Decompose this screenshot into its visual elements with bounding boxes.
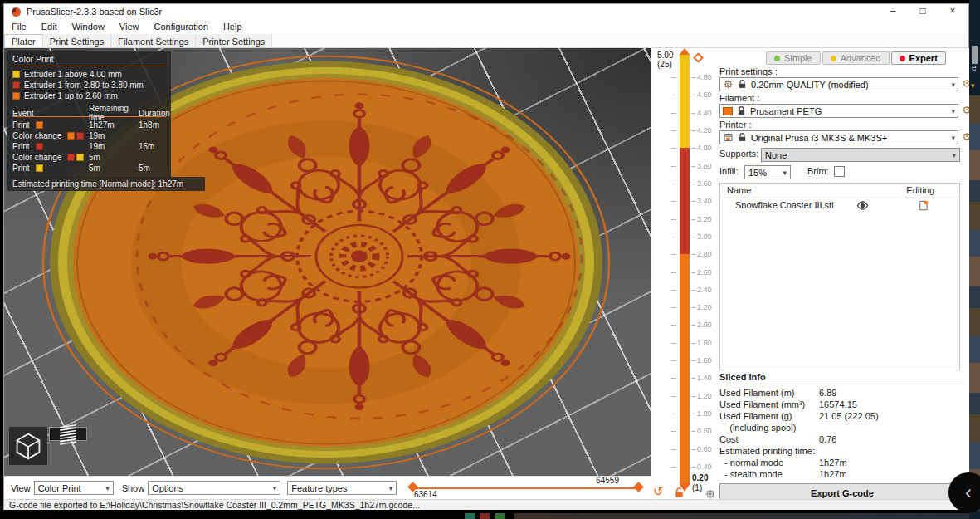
preview-view-button[interactable] xyxy=(49,427,87,441)
chevron-down-icon: ▾ xyxy=(778,169,787,177)
layer-tick: 4.40 xyxy=(651,110,715,118)
legend-event-row: Print1h27m1h8m xyxy=(12,120,166,130)
sliced-info: Sliced Info Used Filament (m)6.89Used Fi… xyxy=(719,372,963,480)
tab-bar: Plater Print Settings Filament Settings … xyxy=(4,34,968,48)
eye-icon[interactable] xyxy=(856,199,869,212)
layer-slider-handle[interactable] xyxy=(693,52,704,63)
legend-extruder-row: Extruder 1 from 2.80 to 3.80 mm xyxy=(12,80,166,91)
chevron-down-icon: ▾ xyxy=(384,484,393,492)
title-bar: PrusaSlicer-2.3.3 based on Slic3r – □ × xyxy=(4,4,968,19)
menu-configuration[interactable]: Configuration xyxy=(146,20,215,33)
window-title: PrusaSlicer-2.3.3 based on Slic3r xyxy=(27,7,162,17)
show-select[interactable]: Options ▾ xyxy=(148,481,280,495)
view-label: View xyxy=(11,483,31,493)
printer-combo[interactable]: Original Prusa i3 MK3S & MK3S+ ▾ xyxy=(719,130,958,144)
printer-label: Printer : xyxy=(719,120,752,130)
brim-checkbox[interactable] xyxy=(834,166,845,177)
menu-edit[interactable]: Edit xyxy=(34,20,65,33)
infill-select[interactable]: 15% ▾ xyxy=(744,165,791,179)
object-list: Name Editing Snowflake Coaster III.stl xyxy=(719,183,960,370)
object-name: Snowflake Coaster III.stl xyxy=(735,200,834,210)
chevron-down-icon: ▾ xyxy=(951,134,955,142)
preview-3d-viewport[interactable]: Color Print Extruder 1 above 4.00 mmExtr… xyxy=(4,48,651,476)
editor-view-button[interactable] xyxy=(9,427,47,465)
layer-tick: 0.40 xyxy=(651,463,715,472)
sliced-info-rows: Used Filament (m)6.89Used Filament (mm³)… xyxy=(719,387,963,480)
undo-color-change-icon[interactable]: ↺ xyxy=(653,486,664,497)
layer-tick: 1.60 xyxy=(651,357,715,365)
layer-tick: 1.80 xyxy=(651,340,715,348)
layer-slider-max-layer: (25) xyxy=(657,60,672,69)
menu-window[interactable]: Window xyxy=(65,20,112,33)
minimize-button[interactable]: – xyxy=(880,4,905,19)
tab-print-settings[interactable]: Print Settings xyxy=(43,34,111,47)
tab-plater[interactable]: Plater xyxy=(4,34,43,47)
chevron-down-icon: ▾ xyxy=(100,484,110,492)
app-logo-icon xyxy=(12,7,21,17)
legend-event-row: Color change5m xyxy=(12,152,166,163)
color-chip xyxy=(12,81,20,89)
tab-filament-settings[interactable]: Filament Settings xyxy=(111,34,196,47)
color-chip xyxy=(36,143,43,150)
menu-help[interactable]: Help xyxy=(216,20,250,33)
sliced-info-row: Estimated printing time: xyxy=(719,445,963,457)
layer-tick: 1.20 xyxy=(651,393,715,401)
desktop-fragment xyxy=(480,513,490,519)
status-text: G-code file exported to E:\Holiday\Chris… xyxy=(9,500,420,510)
move-slider-right-handle[interactable] xyxy=(633,482,644,492)
legend-title: Color Print xyxy=(12,54,166,64)
legend-event-row: Print19m15m xyxy=(12,141,166,152)
desktop-fragment xyxy=(465,513,475,519)
chevron-down-icon: ▾ xyxy=(951,81,955,89)
print-settings-label: Print settings : xyxy=(719,66,778,76)
move-slider-line[interactable] xyxy=(412,487,638,489)
layer-tick: 0.80 xyxy=(651,428,715,436)
object-row[interactable]: Snowflake Coaster III.stl xyxy=(720,198,959,213)
color-chip xyxy=(76,154,84,161)
layer-tick: 2.00 xyxy=(651,321,715,330)
filament-combo[interactable]: Prusament PETG ▾ xyxy=(719,104,958,118)
print-settings-combo[interactable]: 0.20mm QUALITY (modified) ▾ xyxy=(719,77,958,91)
cube-icon xyxy=(9,426,47,466)
tab-printer-settings[interactable]: Printer Settings xyxy=(196,34,272,47)
color-chip xyxy=(67,154,75,161)
close-button[interactable]: × xyxy=(940,4,965,19)
desktop-fragment xyxy=(495,513,505,519)
unlock-icon[interactable] xyxy=(673,487,685,499)
background-window-strip: e ▾ xyxy=(969,0,980,519)
color-print-legend: Color Print Extruder 1 above 4.00 mmExtr… xyxy=(7,51,171,178)
view-select[interactable]: Color Print ▾ xyxy=(34,481,114,495)
menu-bar: File Edit Window View Configuration Help xyxy=(4,19,968,34)
legend-event-row: Print5m5m xyxy=(12,163,166,174)
filament-label: Filament : xyxy=(719,93,759,103)
layer-slider-min-layer: (1) xyxy=(692,483,702,492)
layer-tick: 2.80 xyxy=(651,251,715,259)
list-header-editing: Editing xyxy=(906,185,934,195)
status-bar: G-code file exported to E:\Holiday\Chris… xyxy=(4,499,968,510)
color-chip xyxy=(67,132,75,140)
mode-button-simple[interactable]: Simple xyxy=(766,51,821,65)
edit-object-icon[interactable] xyxy=(917,199,929,212)
legend-events: Print1h27m1h8mColor change19mPrint19m15m… xyxy=(12,120,166,174)
feature-types-select[interactable]: Feature types ▾ xyxy=(287,481,397,495)
layer-tick: 2.20 xyxy=(651,304,715,312)
profile-gear-icon xyxy=(723,79,734,90)
maximize-button[interactable]: □ xyxy=(910,4,935,19)
layer-tick: 4.20 xyxy=(651,127,715,135)
mode-button-expert[interactable]: Expert xyxy=(891,51,946,65)
chevron-down-icon: ▾ xyxy=(268,484,277,492)
menu-view[interactable]: View xyxy=(112,20,147,33)
color-chip xyxy=(12,92,20,100)
filament-color-swatch xyxy=(723,107,733,115)
show-label: Show xyxy=(122,483,145,493)
move-slider[interactable]: 64559 63614 xyxy=(404,477,651,500)
list-header-name: Name xyxy=(727,185,751,195)
layer-tick: 1.40 xyxy=(651,375,715,383)
supports-select[interactable]: None ▾ xyxy=(761,148,960,162)
mode-button-advanced[interactable]: Advanced xyxy=(822,51,890,65)
lock-icon xyxy=(737,132,748,143)
lock-icon xyxy=(736,105,747,116)
supports-label: Supports: xyxy=(719,149,758,159)
menu-file[interactable]: File xyxy=(4,20,34,33)
infill-label: Infill: xyxy=(719,166,739,176)
